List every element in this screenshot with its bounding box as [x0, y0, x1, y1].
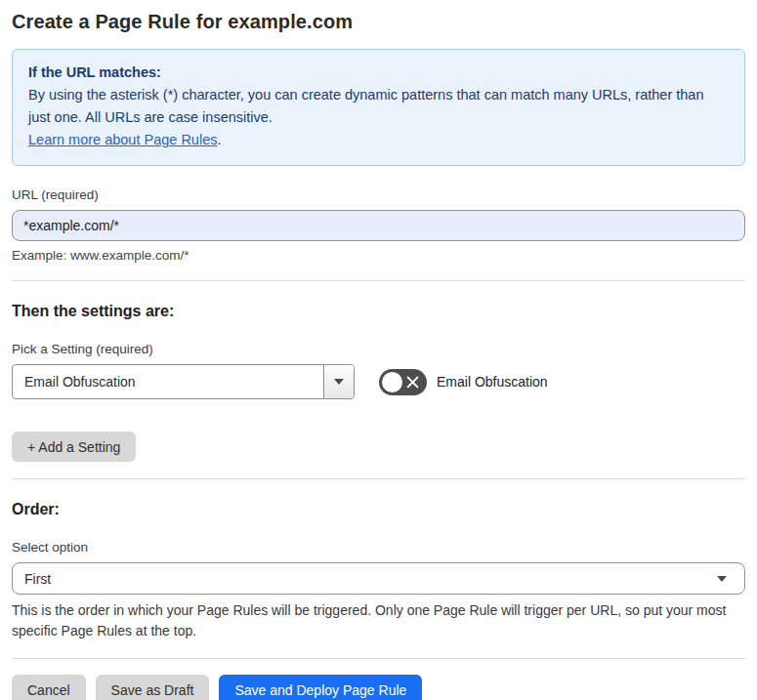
toggle-knob	[382, 372, 402, 392]
save-draft-button[interactable]: Save as Draft	[96, 675, 210, 700]
dropdown-arrow-button[interactable]	[323, 365, 354, 398]
pick-setting-label: Pick a Setting (required)	[12, 341, 745, 357]
page-title: Create a Page Rule for example.com	[12, 10, 745, 33]
toggle-x-icon	[406, 376, 419, 389]
url-match-info-box: If the URL matches: By using the asteris…	[12, 49, 745, 166]
settings-section-heading: Then the settings are:	[12, 302, 745, 321]
info-box-body: By using the asterisk (*) character, you…	[28, 84, 729, 129]
order-select-label: Select option	[12, 539, 745, 556]
learn-more-link[interactable]: Learn more about Page Rules	[28, 132, 217, 147]
divider	[12, 658, 745, 659]
url-label: URL (required)	[12, 186, 745, 203]
order-section-heading: Order:	[12, 500, 745, 519]
add-setting-button[interactable]: + Add a Setting	[12, 432, 136, 462]
toggle-label: Email Obfuscation	[437, 374, 548, 390]
url-example-text: Example: www.example.com/*	[12, 247, 745, 264]
setting-select[interactable]: Email Obfuscation	[12, 364, 355, 399]
link-suffix: .	[217, 132, 221, 147]
create-page-rule-form: Create a Page Rule for example.com If th…	[0, 0, 757, 700]
divider	[12, 478, 745, 479]
order-help-text: This is the order in which your Page Rul…	[12, 600, 745, 641]
cancel-button[interactable]: Cancel	[12, 675, 86, 700]
order-select-value: First	[24, 571, 717, 587]
toggle-wrap: Email Obfuscation	[379, 369, 548, 395]
divider	[12, 280, 745, 281]
setting-select-value: Email Obfuscation	[13, 365, 323, 398]
footer-actions: Cancel Save as Draft Save and Deploy Pag…	[12, 675, 745, 700]
order-select[interactable]: First	[12, 562, 745, 595]
setting-row: Email Obfuscation Email Obfuscation	[12, 364, 745, 399]
email-obfuscation-toggle[interactable]	[379, 369, 427, 395]
save-deploy-button[interactable]: Save and Deploy Page Rule	[219, 675, 422, 700]
info-box-heading: If the URL matches:	[28, 62, 729, 84]
info-box-link-line: Learn more about Page Rules.	[28, 129, 729, 151]
url-input[interactable]	[12, 210, 745, 241]
chevron-down-icon	[334, 379, 344, 385]
chevron-down-icon	[717, 576, 727, 582]
